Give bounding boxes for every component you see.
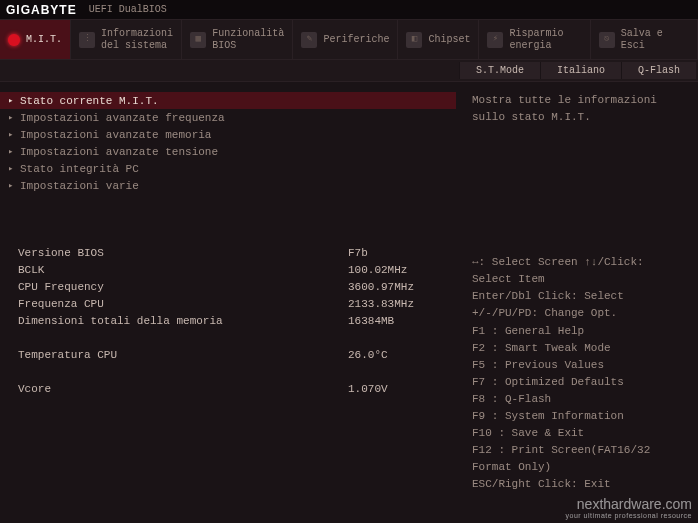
tab-mit[interactable]: M.I.T. <box>0 20 71 59</box>
triangle-icon: ▸ <box>8 112 16 123</box>
info-label: Vcore <box>18 383 348 395</box>
content-area: ▸ Stato corrente M.I.T. ▸ Impostazioni a… <box>0 82 698 503</box>
info-block: Versione BIOS F7b BCLK 100.02MHz CPU Fre… <box>0 244 456 397</box>
help-line: ESC/Right Click: Exit <box>472 476 686 493</box>
info-row: Frequenza CPU 2133.83MHz <box>18 295 456 312</box>
info-label: BCLK <box>18 264 348 276</box>
tab-label: M.I.T. <box>26 34 62 46</box>
info-label: Temperatura CPU <box>18 349 348 361</box>
tab-label: Salva e Esci <box>621 28 689 52</box>
tab-save-exit[interactable]: ⎋ Salva e Esci <box>591 20 698 59</box>
menu-item-pc-health[interactable]: ▸ Stato integrità PC <box>0 160 456 177</box>
triangle-icon: ▸ <box>8 180 16 191</box>
stmode-button[interactable]: S.T.Mode <box>459 62 540 79</box>
info-label: CPU Frequency <box>18 281 348 293</box>
chipset-icon: ◧ <box>406 32 422 48</box>
info-icon: ⋮ <box>79 32 95 48</box>
help-line: F10 : Save & Exit <box>472 425 686 442</box>
watermark-sub: your ultimate professional resource <box>566 512 692 519</box>
power-icon: ⚡ <box>487 32 503 48</box>
info-value: 1.070V <box>348 383 388 395</box>
main-tabs: M.I.T. ⋮ Informazioni del sistema ▦ Funz… <box>0 20 698 60</box>
tab-power[interactable]: ⚡ Risparmio energia <box>479 20 590 59</box>
wrench-icon: ✎ <box>301 32 317 48</box>
info-value: 3600.97MHz <box>348 281 414 293</box>
info-label: Versione BIOS <box>18 247 348 259</box>
triangle-icon: ▸ <box>8 95 16 106</box>
help-block: ↔: Select Screen ↑↓/Click: Select Item E… <box>472 254 686 493</box>
menu-item-mit-status[interactable]: ▸ Stato corrente M.I.T. <box>0 92 456 109</box>
description-text: Mostra tutte le informazioni sullo stato… <box>472 92 686 125</box>
toolbar: S.T.Mode Italiano Q-Flash <box>0 60 698 82</box>
menu-item-label: Impostazioni avanzate memoria <box>20 129 211 141</box>
watermark-main: nexthardware.com <box>577 496 692 512</box>
info-value: 16384MB <box>348 315 394 327</box>
tab-label: Risparmio energia <box>509 28 581 52</box>
right-pane: Mostra tutte le informazioni sullo stato… <box>460 82 698 503</box>
help-line: F12 : Print Screen(FAT16/32 Format Only) <box>472 442 686 476</box>
active-dot-icon <box>8 34 20 46</box>
info-label: Dimensioni totali della memoria <box>18 315 348 327</box>
menu-item-label: Stato integrità PC <box>20 163 139 175</box>
menu-item-freq[interactable]: ▸ Impostazioni avanzate frequenza <box>0 109 456 126</box>
info-value: 2133.83MHz <box>348 298 414 310</box>
info-row: Vcore 1.070V <box>18 380 456 397</box>
help-line: F7 : Optimized Defaults <box>472 374 686 391</box>
info-value: 100.02MHz <box>348 264 407 276</box>
info-row: BCLK 100.02MHz <box>18 261 456 278</box>
triangle-icon: ▸ <box>8 129 16 140</box>
help-line: F9 : System Information <box>472 408 686 425</box>
help-line: F2 : Smart Tweak Mode <box>472 340 686 357</box>
tab-bios-features[interactable]: ▦ Funzionalità BIOS <box>182 20 293 59</box>
menu-item-label: Impostazioni avanzate tensione <box>20 146 218 158</box>
chip-icon: ▦ <box>190 32 206 48</box>
tab-chipset[interactable]: ◧ Chipset <box>398 20 479 59</box>
info-value: F7b <box>348 247 368 259</box>
tab-system-info[interactable]: ⋮ Informazioni del sistema <box>71 20 182 59</box>
help-line: F5 : Previous Values <box>472 357 686 374</box>
tab-label: Funzionalità BIOS <box>212 28 284 52</box>
left-pane: ▸ Stato corrente M.I.T. ▸ Impostazioni a… <box>0 82 460 503</box>
help-line: F1 : General Help <box>472 323 686 340</box>
tab-label: Informazioni del sistema <box>101 28 173 52</box>
info-row: Temperatura CPU 26.0°C <box>18 346 456 363</box>
tab-peripherals[interactable]: ✎ Periferiche <box>293 20 398 59</box>
menu-item-label: Stato corrente M.I.T. <box>20 95 159 107</box>
language-button[interactable]: Italiano <box>540 62 621 79</box>
info-row: Versione BIOS F7b <box>18 244 456 261</box>
help-line: Enter/Dbl Click: Select <box>472 288 686 305</box>
info-row: CPU Frequency 3600.97MHz <box>18 278 456 295</box>
watermark: nexthardware.com your ultimate professio… <box>566 496 692 519</box>
header-subtitle: UEFI DualBIOS <box>89 4 167 15</box>
tab-label: Periferiche <box>323 34 389 46</box>
triangle-icon: ▸ <box>8 163 16 174</box>
exit-icon: ⎋ <box>599 32 615 48</box>
info-label: Frequenza CPU <box>18 298 348 310</box>
brand-logo: GIGABYTE <box>6 3 77 17</box>
help-line: +/-/PU/PD: Change Opt. <box>472 305 686 322</box>
info-row: Dimensioni totali della memoria 16384MB <box>18 312 456 329</box>
menu-item-memory[interactable]: ▸ Impostazioni avanzate memoria <box>0 126 456 143</box>
help-line: F8 : Q-Flash <box>472 391 686 408</box>
menu-item-voltage[interactable]: ▸ Impostazioni avanzate tensione <box>0 143 456 160</box>
header-bar: GIGABYTE UEFI DualBIOS <box>0 0 698 20</box>
triangle-icon: ▸ <box>8 146 16 157</box>
menu-item-label: Impostazioni avanzate frequenza <box>20 112 225 124</box>
help-line: ↔: Select Screen ↑↓/Click: Select Item <box>472 254 686 288</box>
qflash-button[interactable]: Q-Flash <box>621 62 696 79</box>
tab-label: Chipset <box>428 34 470 46</box>
info-value: 26.0°C <box>348 349 388 361</box>
menu-list: ▸ Stato corrente M.I.T. ▸ Impostazioni a… <box>0 92 456 194</box>
menu-item-label: Impostazioni varie <box>20 180 139 192</box>
menu-item-misc[interactable]: ▸ Impostazioni varie <box>0 177 456 194</box>
